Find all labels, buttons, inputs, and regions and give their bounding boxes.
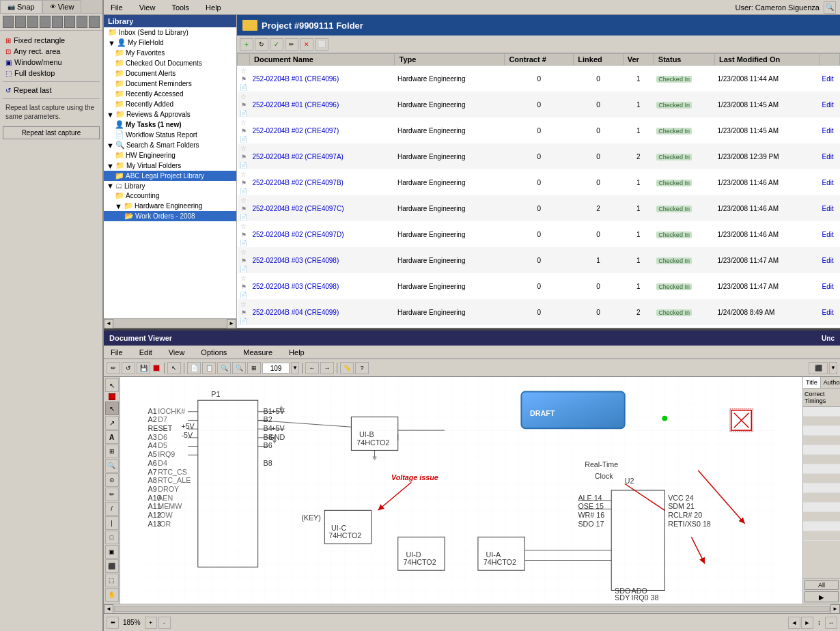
toolbar-icon-1[interactable] (3, 16, 14, 28)
tree-item-doc-alerts[interactable]: 📁 Document Alerts (104, 68, 236, 79)
star-icon[interactable]: ☆ (240, 300, 247, 308)
col-header-linked[interactable]: Linked (574, 54, 624, 66)
crop-tool[interactable]: ⊞ (105, 445, 119, 458)
star-icon[interactable]: ☆ (240, 326, 247, 328)
toolbar-icon-2[interactable] (15, 16, 26, 28)
bottom-tool-zoom-out[interactable]: - (158, 617, 171, 629)
toolbar-icon-8[interactable] (89, 16, 100, 28)
toolbar-icon-7[interactable] (76, 16, 87, 28)
snap-tab[interactable]: 📷 Snap (0, 0, 42, 13)
dv-tool-measure[interactable]: 📏 (340, 362, 354, 374)
table-row[interactable]: ☆ ⚑ 📄 252-02204B #04 (CRE4099) Hardware … (238, 325, 840, 328)
dv-tool-4[interactable] (153, 365, 160, 371)
menu-view[interactable]: View (137, 2, 158, 13)
edit-link[interactable]: Edit (822, 127, 834, 135)
arrow-btn-right[interactable]: ▶ (804, 591, 839, 602)
doc-name-link[interactable]: 252-02204B #02 (CRE4097B) (253, 179, 344, 186)
toolbar-icon-4[interactable] (40, 16, 51, 28)
tree-item-favorites[interactable]: 📁 My Favorites (104, 48, 236, 58)
tab-title[interactable]: Title (803, 377, 821, 388)
table-row[interactable]: ☆ ⚑ 📄 252-02204B #02 (CRE4097B) Hardware… (238, 169, 840, 195)
tree-item-hw-engineering[interactable]: 📁 HW Engineering (104, 150, 236, 160)
eraser-tool[interactable]: ⬚ (105, 574, 119, 587)
select-tool[interactable]: ↖ (105, 378, 119, 392)
dv-tool-5[interactable]: ↖ (167, 362, 181, 374)
repeat-last-capture-button[interactable]: Repeat last capture (3, 126, 100, 139)
toolbar-icon-5[interactable] (52, 16, 63, 28)
tree-item-workflow-status[interactable]: 📄 Workflow Status Report (104, 130, 236, 140)
bottom-tool-zoom-in[interactable]: + (145, 617, 157, 629)
doc-name-link[interactable]: 252-02204B #02 (CRE4097C) (253, 205, 344, 212)
pencil-tool[interactable]: ✏ (105, 488, 119, 501)
shape-tool[interactable]: ⊙ (105, 473, 119, 487)
star-icon[interactable]: ☆ (240, 93, 247, 100)
edit-link[interactable]: Edit (822, 153, 834, 160)
h-scroll-left[interactable]: ◄ (104, 604, 113, 614)
star-icon[interactable]: ☆ (240, 249, 247, 256)
dv-tool-3[interactable]: 💾 (137, 362, 150, 374)
doc-name-link[interactable]: 252-02204B #01 (CRE4096) (253, 75, 339, 83)
zoom-dropdown-btn[interactable]: ▼ (291, 362, 299, 374)
doc-name-link[interactable]: 252-02204B #03 (CRE4098) (253, 257, 339, 264)
edit-link[interactable]: Edit (822, 309, 834, 316)
schematic-canvas[interactable]: P1 A1 IOCHK# A2 D7 RESET A3 D6 A4 (120, 377, 802, 604)
stamp-tool[interactable]: ⬛ (105, 559, 119, 573)
doc-name-link[interactable]: 252-02204B #02 (CRE4097D) (253, 231, 344, 238)
all-button[interactable]: All (804, 580, 839, 590)
tree-item-doc-reminders[interactable]: 📁 Document Reminders (104, 79, 236, 89)
tree-item-myfilehold[interactable]: ▼ 👤 My FileHold (104, 38, 236, 48)
toolbar-icon-3[interactable] (27, 16, 38, 28)
rect-tool[interactable]: □ (105, 531, 119, 544)
bottom-tool-extra[interactable]: ↔ (825, 617, 837, 629)
check-button[interactable]: ✓ (270, 38, 283, 51)
col-header-contract[interactable]: Contract # (505, 54, 574, 66)
dv-menu-help[interactable]: Help (286, 348, 307, 357)
download-button[interactable]: ⬜ (315, 38, 328, 51)
col-header-name[interactable]: Document Name (250, 54, 395, 66)
star-icon[interactable]: ☆ (240, 119, 247, 126)
col-header-ver[interactable]: Ver (623, 54, 654, 66)
dv-tool-help[interactable]: ? (355, 362, 369, 374)
tree-item-reviews[interactable]: ▼ 📁 Reviews & Approvals (104, 109, 236, 120)
dv-menu-view[interactable]: View (166, 348, 188, 357)
zoom-in-button[interactable]: 🔍 (232, 362, 246, 374)
toolbar-icon-6[interactable] (64, 16, 75, 28)
menu-help[interactable]: Help (203, 2, 224, 13)
tree-item-search-smart[interactable]: ▼ 🔍 Search & Smart Folders (104, 140, 236, 150)
table-row[interactable]: ☆ ⚑ 📄 252-02204B #04 (CRE4099) Hardware … (238, 299, 840, 325)
tree-item-hardware-eng[interactable]: ▼ 📁 Hardware Engineering (104, 201, 236, 211)
zoom-tool[interactable]: 🔍 (105, 459, 119, 473)
delete-button[interactable]: ✕ (300, 38, 313, 51)
edit-link[interactable]: Edit (822, 75, 834, 83)
star-icon[interactable]: ☆ (240, 67, 247, 74)
dv-tool-1[interactable]: ✏ (107, 362, 120, 374)
line-tool-2[interactable]: | (105, 516, 119, 530)
col-header-status[interactable]: Status (654, 54, 714, 66)
tree-item-inbox[interactable]: 📁 Inbox (Send to Library) (104, 27, 236, 38)
any-rect-area-item[interactable]: ⊡ Any rect. area (3, 46, 100, 57)
tree-item-virtual-folders[interactable]: ▼ 📁 My Virtual Folders (104, 160, 236, 171)
table-row[interactable]: ☆ ⚑ 📄 252-02204B #02 (CRE4097D) Hardware… (238, 221, 840, 247)
bottom-tool-nav[interactable]: ◄ ► (788, 617, 813, 629)
doc-name-link[interactable]: 252-02204B #01 (CRE4096) (253, 101, 339, 109)
add-button[interactable]: + (240, 38, 253, 51)
edit-link[interactable]: Edit (822, 179, 834, 186)
dv-menu-edit[interactable]: Edit (137, 348, 155, 357)
table-row[interactable]: ☆ ⚑ 📄 252-02204B #02 (CRE4097A) Hardware… (238, 143, 840, 169)
refresh-button[interactable]: ↻ (255, 38, 268, 51)
table-row[interactable]: ☆ ⚑ 📄 252-02204B #02 (CRE4097) Hardware … (238, 117, 840, 143)
tree-item-recently-accessed[interactable]: 📁 Recently Accessed (104, 89, 236, 99)
edit-link[interactable]: Edit (822, 257, 834, 264)
full-desktop-item[interactable]: ⬚ Full desktop (3, 68, 100, 79)
h-scroll-right[interactable]: ► (830, 604, 840, 614)
search-icon[interactable]: 🔍 (824, 1, 836, 14)
view-tab[interactable]: 👁 View (42, 0, 82, 13)
arrow-tool[interactable]: ↗ (105, 416, 119, 430)
doc-name-link[interactable]: 252-02204B #03 (CRE4098) (253, 283, 339, 290)
dv-tool-2[interactable]: ↺ (122, 362, 135, 374)
doc-name-link[interactable]: 252-02204B #02 (CRE4097A) (253, 153, 344, 160)
dv-tool-6[interactable]: 📄 (187, 362, 201, 374)
zoom-fit-button[interactable]: ⊞ (247, 362, 261, 374)
edit-link[interactable]: Edit (822, 205, 834, 212)
dv-tool-7[interactable]: 📋 (202, 362, 216, 374)
